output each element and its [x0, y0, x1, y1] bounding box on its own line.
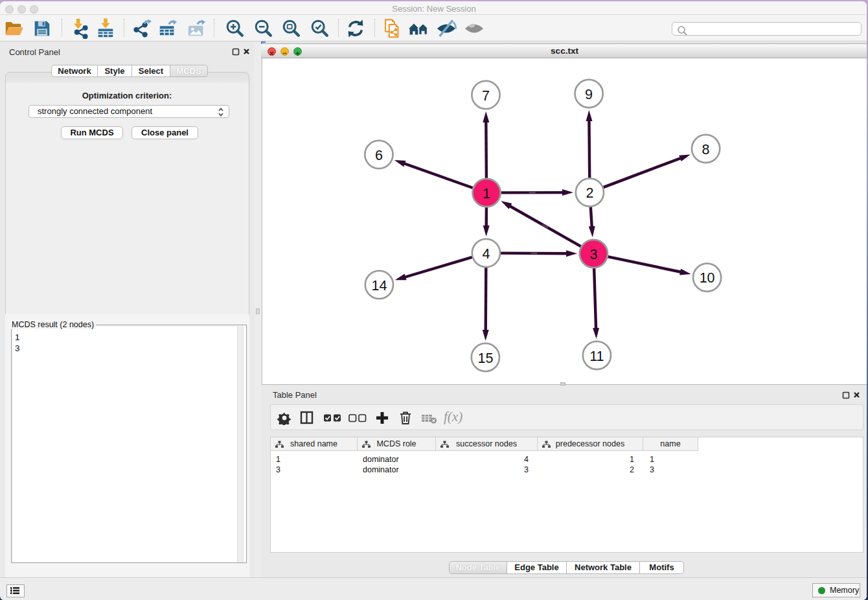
- svg-text:8: 8: [702, 142, 710, 157]
- svg-text:4: 4: [482, 246, 490, 262]
- svg-text:3: 3: [589, 247, 597, 262]
- svg-text:1: 1: [483, 186, 490, 202]
- svg-text:7: 7: [482, 88, 490, 104]
- svg-text:11: 11: [589, 349, 604, 364]
- svg-text:10: 10: [700, 270, 715, 286]
- svg-text:15: 15: [477, 351, 493, 366]
- svg-text:9: 9: [585, 87, 593, 102]
- svg-text:6: 6: [375, 148, 383, 163]
- svg-text:14: 14: [371, 278, 387, 294]
- svg-text:2: 2: [586, 185, 593, 201]
